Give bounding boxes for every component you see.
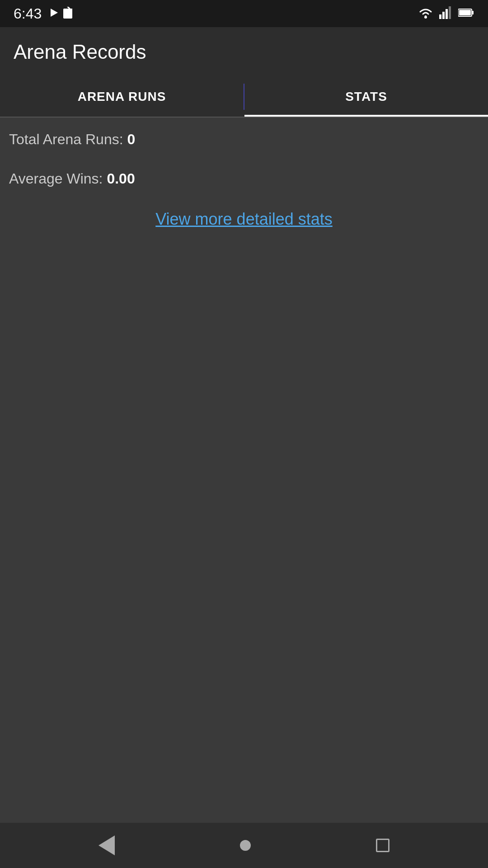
total-arena-runs-text: Total Arena Runs: 0 bbox=[9, 131, 135, 147]
average-wins-text: Average Wins: 0.00 bbox=[9, 170, 135, 187]
play-icon bbox=[49, 8, 59, 19]
svg-rect-6 bbox=[446, 9, 448, 19]
battery-icon bbox=[458, 8, 474, 19]
average-wins-row: Average Wins: 0.00 bbox=[9, 170, 479, 187]
tab-bar: ARENA RUNS STATS bbox=[0, 77, 488, 118]
home-button[interactable] bbox=[240, 840, 251, 851]
app-title: Arena Records bbox=[14, 41, 146, 63]
bottom-nav bbox=[0, 823, 488, 868]
recent-apps-button[interactable] bbox=[376, 839, 389, 852]
svg-rect-4 bbox=[439, 14, 441, 19]
app-bar: Arena Records bbox=[0, 27, 488, 77]
svg-rect-1 bbox=[63, 9, 72, 19]
signal-icon bbox=[439, 6, 453, 21]
total-arena-runs-row: Total Arena Runs: 0 bbox=[9, 131, 479, 148]
view-more-stats-link[interactable]: View more detailed stats bbox=[9, 210, 479, 229]
content-area: Total Arena Runs: 0 Average Wins: 0.00 V… bbox=[0, 118, 488, 242]
tab-stats-label: STATS bbox=[345, 90, 387, 104]
svg-rect-9 bbox=[472, 11, 474, 14]
status-bar-right bbox=[418, 6, 474, 21]
back-button[interactable] bbox=[99, 835, 115, 855]
tab-arena-runs[interactable]: ARENA RUNS bbox=[0, 77, 244, 117]
svg-point-3 bbox=[424, 16, 427, 19]
svg-rect-10 bbox=[459, 10, 471, 15]
status-bar: 6:43 bbox=[0, 0, 488, 27]
tab-arena-runs-label: ARENA RUNS bbox=[78, 90, 166, 104]
svg-rect-7 bbox=[449, 6, 451, 19]
wifi-icon bbox=[418, 6, 434, 21]
svg-rect-5 bbox=[442, 12, 445, 19]
sim-icon bbox=[63, 7, 72, 20]
tab-stats[interactable]: STATS bbox=[244, 77, 488, 117]
status-bar-left: 6:43 bbox=[14, 5, 72, 22]
svg-marker-0 bbox=[51, 9, 58, 17]
status-time: 6:43 bbox=[14, 5, 42, 22]
status-icons-left bbox=[49, 7, 72, 20]
